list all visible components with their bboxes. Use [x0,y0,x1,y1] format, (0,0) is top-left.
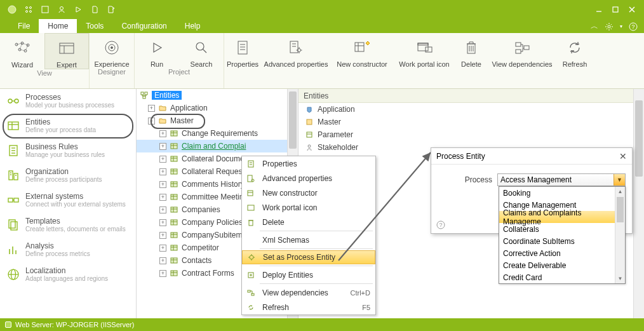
tab-file[interactable]: File [9,19,39,33]
expand-icon[interactable]: + [148,105,155,112]
dropdown-option[interactable]: Coordinate SubItems [499,235,625,247]
expert-button[interactable]: Expert [44,33,89,69]
run-button[interactable]: Run [135,33,179,68]
wizard-button[interactable]: Wizard [0,33,44,69]
new-doc-icon[interactable] [86,2,103,17]
scroll-down-icon[interactable]: ▼ [615,274,625,283]
svg-point-0 [8,6,16,13]
dropdown-option[interactable]: Corrective Action [499,247,625,259]
rightpane-item-label: Stakeholder [318,143,358,152]
expand-icon[interactable]: + [159,257,166,264]
ctx-xmlschemas[interactable]: Xml Schemas [242,233,375,247]
maximize-icon[interactable] [607,2,624,17]
tree-master[interactable]: −Master [137,114,298,127]
viewdeps-icon [245,287,257,299]
tab-tools[interactable]: Tools [77,19,112,33]
help-icon[interactable]: ? [436,220,445,229]
expand-icon[interactable]: + [159,270,166,277]
sidebar-item-rules[interactable]: Business RulesManage your business rules [0,138,136,163]
export-icon[interactable] [103,2,119,17]
tree-root[interactable]: Entities [137,89,298,102]
sidebar-item-processes[interactable]: ProcessesModel your business processes [0,89,136,114]
tab-help[interactable]: Help [176,19,210,33]
tab-home[interactable]: Home [39,19,77,33]
svg-rect-113 [307,132,312,137]
save-icon[interactable] [37,2,53,17]
ctx-properties[interactable]: Properties [242,156,375,171]
dropdown-option[interactable]: Create Deliverable [499,259,625,271]
viewdeps-icon [511,37,533,58]
sidebar-item-localization[interactable]: LocalizationAdapt languages and regions [0,262,136,287]
properties-button[interactable]: Properties [224,33,261,68]
dropdown-option[interactable]: Credit Card [499,271,625,283]
expand-icon[interactable]: + [159,130,166,137]
svg-rect-19 [60,43,74,53]
sidebar-item-templates[interactable]: TemplatesCreate letters, documents or em… [0,213,136,238]
entity-type-icon [305,118,314,126]
newconstructor-button[interactable]: New constructor [331,33,393,68]
dropdown-option[interactable]: Booking [499,187,625,199]
ctx-deploy[interactable]: Deploy Entities [242,267,375,282]
dropdown-arrow-icon[interactable]: ▼ [614,174,625,186]
deploy-icon [245,269,257,281]
dropdown-option[interactable]: Claims and Complaints Manageme [499,211,625,223]
rightpane-item[interactable]: Application [299,103,644,116]
ctx-refresh[interactable]: RefreshF5 [242,300,375,314]
expand-icon[interactable]: + [159,194,166,201]
workportal-icon [245,202,257,213]
rightpane-item[interactable]: Master [299,116,644,128]
close-icon[interactable] [624,2,640,17]
expand-icon[interactable]: + [159,245,166,252]
expand-icon[interactable]: + [159,232,166,239]
ctx-workportal[interactable]: Work portal icon [242,200,375,215]
svg-rect-57 [9,171,13,180]
expand-icon[interactable]: + [159,181,166,188]
search-button[interactable]: Search [179,33,224,68]
advprops-button[interactable]: Advanced properties [261,33,331,68]
experience-button[interactable]: Experience [90,33,134,68]
sidebar-item-org[interactable]: OrganizationDefine process participants [0,163,136,188]
sidebar-item-entities[interactable]: EntitiesDefine your process data [0,114,136,138]
expand-icon[interactable]: + [159,206,166,213]
svg-rect-73 [141,92,144,95]
rightpane-item[interactable]: Parameter [299,128,644,141]
quickaccess-icon[interactable] [20,2,37,17]
delete-button[interactable]: Delete [455,33,487,68]
dropdown-scrollbar[interactable]: ▲ ▼ [615,187,625,283]
sidebar-item-analysis[interactable]: AnalysisDefine process metrics [0,238,136,262]
scroll-thumb[interactable] [635,100,643,177]
expand-icon[interactable]: + [159,156,166,163]
scroll-thumb[interactable] [289,91,297,149]
process-select[interactable]: Access Management ▼ [497,173,626,186]
expand-icon[interactable]: + [159,143,166,150]
expand-icon[interactable]: + [159,219,166,226]
viewdeps-button[interactable]: View dependencies [487,33,557,68]
tree-entity-item[interactable]: +Claim and Complai [137,140,298,152]
rightpane-scrollbar[interactable] [633,89,644,318]
scroll-thumb[interactable] [617,197,624,222]
ctx-delete[interactable]: Delete [242,215,375,229]
dialog-close-icon[interactable]: ✕ [619,151,627,161]
tree-entity-item[interactable]: +Change Requirements [137,127,298,140]
ctx-setprocessentity[interactable]: Set as Process Entity [242,250,375,264]
expand-icon[interactable]: + [159,168,166,175]
workportal-button[interactable]: Work portal icon [393,33,455,68]
refresh-button[interactable]: Refresh [557,33,593,68]
external-icon [6,193,20,207]
settings-gear-icon[interactable] [605,22,614,31]
ctx-viewdeps[interactable]: View dependenciesCtrl+D [242,285,375,300]
collapse-ribbon-icon[interactable]: ︿ [591,21,598,32]
sidebar-item-external[interactable]: External systemsConnect with your extern… [0,188,136,213]
ctx-newconstructor[interactable]: New constructor [242,186,375,200]
help-icon[interactable]: ? [629,22,638,31]
tab-configuration[interactable]: Configuration [112,19,175,33]
collapse-icon[interactable]: − [148,118,155,125]
play-icon[interactable] [70,2,86,17]
tree-application[interactable]: +Application [137,102,298,114]
rightpane-header[interactable]: Entities ▲ [299,89,644,103]
minimize-icon[interactable] [591,2,607,17]
scroll-up-icon[interactable]: ▲ [615,187,625,196]
user-icon[interactable] [53,2,70,17]
svg-point-115 [308,145,311,147]
ctx-advprops[interactable]: Advanced properties [242,171,375,186]
